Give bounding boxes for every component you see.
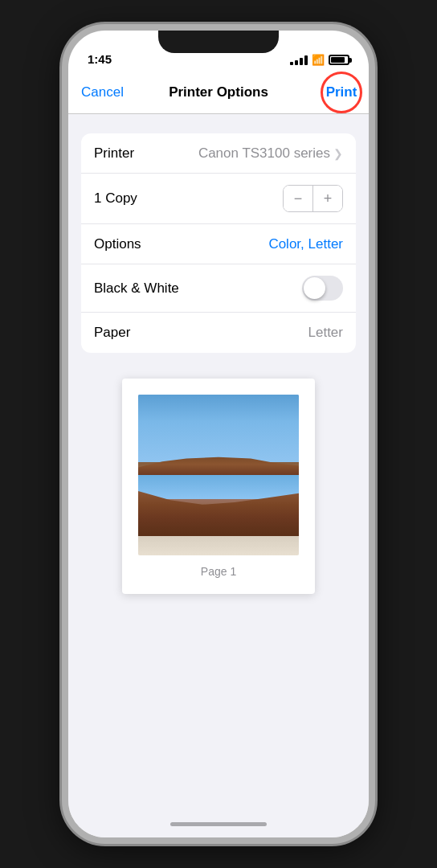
battery-icon <box>329 55 349 65</box>
notch <box>158 31 279 53</box>
blackwhite-label: Black & White <box>94 280 302 297</box>
page-label: Page 1 <box>138 565 299 578</box>
wifi-icon: 📶 <box>312 54 325 66</box>
print-highlight-circle: Print <box>321 72 362 113</box>
preview-image <box>138 395 299 555</box>
nav-title: Printer Options <box>150 84 288 100</box>
paper-row[interactable]: Paper Letter <box>81 313 356 353</box>
copies-decrement-button[interactable]: − <box>284 186 312 211</box>
print-button[interactable]: Print <box>326 84 357 100</box>
sky-mid-layer <box>138 475 299 499</box>
blackwhite-row: Black & White <box>81 264 356 313</box>
copies-label: 1 Copy <box>94 190 283 207</box>
main-content: Printer Canon TS3100 series ❯ 1 Copy − + <box>68 114 369 837</box>
options-row[interactable]: Options Color, Letter <box>81 224 356 264</box>
cancel-button[interactable]: Cancel <box>81 84 150 100</box>
printer-chevron-icon: ❯ <box>333 147 343 160</box>
preview-area: Page 1 <box>68 353 369 810</box>
home-indicator <box>68 810 369 837</box>
copies-row: 1 Copy − + <box>81 174 356 224</box>
options-value: Color, Letter <box>268 236 343 252</box>
options-label: Options <box>94 236 268 252</box>
preview-card: Page 1 <box>122 379 315 594</box>
settings-card: Printer Canon TS3100 series ❯ 1 Copy − + <box>81 133 356 353</box>
paper-label: Paper <box>94 325 308 341</box>
printer-value: Canon TS3100 series ❯ <box>198 145 343 162</box>
signal-icon <box>290 55 308 65</box>
ground-layer <box>138 536 299 555</box>
status-bar: 1:45 📶 <box>68 31 369 71</box>
status-time: 1:45 <box>88 52 112 66</box>
paper-value: Letter <box>308 325 343 341</box>
printer-row[interactable]: Printer Canon TS3100 series ❯ <box>81 133 356 174</box>
toggle-thumb <box>304 277 325 299</box>
blackwhite-toggle[interactable] <box>302 276 343 301</box>
status-icons: 📶 <box>290 54 349 66</box>
copies-stepper[interactable]: − + <box>283 185 343 212</box>
nav-bar: Cancel Printer Options Print <box>68 71 369 114</box>
copies-increment-button[interactable]: + <box>313 186 342 211</box>
print-button-wrapper: Print <box>288 72 357 113</box>
home-bar <box>170 822 267 826</box>
printer-label: Printer <box>94 145 198 162</box>
sky-top-layer <box>138 395 299 462</box>
